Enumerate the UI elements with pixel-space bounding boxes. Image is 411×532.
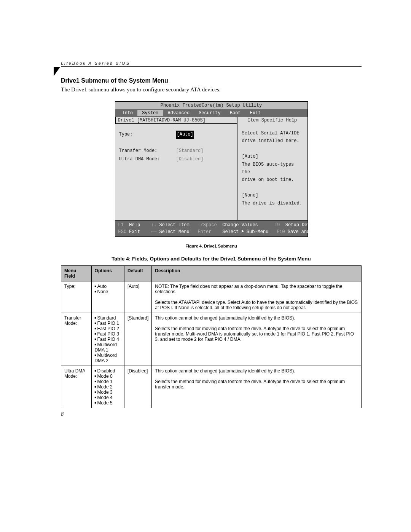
arrows-leftright-icon: ←→ [151,228,156,235]
cell-menu-field: Type: [61,281,92,313]
help-line: drive on boot time. [242,176,303,184]
bios-body: Drive1 [MATSHITADVD-RAM UJ-850S] Type:[A… [115,117,307,220]
bios-tab-security: Security [194,110,225,116]
help-line: [None] [242,192,303,199]
option-item: Multiword DMA 2 [95,353,121,363]
label-select-item: Select Item [159,222,190,228]
table-row: Transfer Mode:StandardFast PIO 1Fast PIO… [61,313,362,366]
help-line: The drive is disabled. [242,200,303,207]
table-head: Menu FieldOptionsDefaultDescription [61,266,362,281]
cell-options: AutoNone [91,281,124,313]
label-exit: Exit [129,228,140,235]
cell-menu-field: Transfer Mode: [61,313,92,366]
help-line [242,184,303,192]
label-save-exit: Save and Exit [288,228,323,235]
triangle-right-icon [242,230,244,233]
page-number: 8 [61,411,362,417]
corner-decoration [54,67,60,76]
cell-default: [Disabled] [124,366,151,408]
table-row: Type:AutoNone[Auto]NOTE: The Type field … [61,281,362,313]
fields-table: Menu FieldOptionsDefaultDescription Type… [61,265,362,408]
table-header: Default [124,266,151,281]
bios-drive-label: Drive1 [MATSHITADVD-RAM UJ-850S] [115,117,237,124]
bios-field-value: [Auto] [176,131,194,139]
option-item: Mode 2 [95,384,121,390]
cell-options: StandardFast PIO 1Fast PIO 2Fast PIO 3Fa… [91,313,124,366]
bios-tab-exit: Exit [245,110,266,116]
cell-options: DisabledMode 0Mode 1Mode 2Mode 3Mode 4Mo… [91,366,124,408]
table-title: Table 4: Fields, Options and Defaults fo… [61,256,362,262]
running-header: LifeBook A Series BIOS [61,61,362,67]
bios-field-row: Transfer Mode:[Standard] [119,147,233,155]
bios-tab-bar: InfoSystemAdvancedSecurityBootExit [115,109,307,117]
option-item: Fast PIO 2 [95,326,121,331]
key-f10: F10 [277,228,285,235]
bios-field-row: Ultra DMA Mode:[Disabled] [119,155,233,164]
arrows-updown-icon: ↑↓ [151,222,156,228]
help-line: The BIOS auto-types the [242,161,303,176]
table-header: Options [91,266,124,281]
table-row: Ultra DMA Mode:DisabledMode 0Mode 1Mode … [61,366,362,408]
option-item: Fast PIO 3 [95,331,121,337]
cell-description: NOTE: The Type field does not appear as … [152,281,362,313]
option-item: Fast PIO 1 [95,321,121,326]
bios-tab-info: Info [118,110,138,116]
option-item: Standard [95,315,121,321]
table-body: Type:AutoNone[Auto]NOTE: The Type field … [61,281,362,408]
table-header: Menu Field [61,266,92,281]
cell-description: This option cannot be changed (automatic… [152,313,362,366]
bios-help-pane: Item Specific Help Select Serial ATA/IDE… [237,117,307,220]
bios-field-row: Type:[Auto] [119,131,233,139]
table-header: Description [152,266,362,281]
label-select-submenu: Select Sub-Menu [222,228,268,235]
bios-footer: F1 Help ↑↓ Select Item -/Space Change Va… [115,220,307,236]
help-line: drive installed here. [242,137,303,145]
bios-help-title: Item Specific Help [237,117,307,124]
document-page: LifeBook A Series BIOS Drive1 Submenu of… [0,0,411,532]
label-select-menu: Select Menu [159,228,190,235]
bios-tab-advanced: Advanced [163,110,194,116]
label-change-values: Change Values [222,222,258,228]
option-item: Auto [95,284,121,289]
help-line: Select Serial ATA/IDE [242,129,303,137]
option-item: None [95,289,121,294]
cell-menu-field: Ultra DMA Mode: [61,366,92,408]
bios-left-pane: Drive1 [MATSHITADVD-RAM UJ-850S] Type:[A… [115,117,237,220]
key-f9: F9 [274,222,280,228]
option-item: Mode 5 [95,400,121,406]
help-line: [Auto] [242,153,303,160]
bios-field-label: Type: [119,131,176,139]
figure-caption: Figure 4. Drive1 Submenu [61,244,362,248]
bios-field-label: Ultra DMA Mode: [119,155,176,164]
option-item: Fast PIO 4 [95,337,121,342]
label-setup-defaults: Setup Defaults [285,222,324,228]
bios-footer-line1: F1 Help ↑↓ Select Item -/Space Change Va… [118,222,304,228]
option-item: Disabled [95,368,121,374]
cell-default: [Standard] [124,313,151,366]
key-f1: F1 [118,222,124,228]
bios-field-value: [Disabled] [176,155,204,164]
option-item: Mode 0 [95,374,121,379]
key-esc: ESC [118,228,127,235]
key-enter: Enter [198,228,211,235]
option-item: Mode 4 [95,395,121,400]
bios-help-body: Select Serial ATA/IDEdrive installed her… [242,129,303,207]
bios-field-label: Transfer Mode: [119,147,176,155]
help-line [242,145,303,153]
bios-utility-title: Phoenix TrustedCore(tm) Setup Utility [115,102,307,109]
label-help: Help [129,222,140,228]
cell-description: This option cannot be changed (automatic… [152,366,362,408]
intro-paragraph: The Drive1 submenu allows you to configu… [61,86,362,93]
option-item: Mode 3 [95,390,121,395]
page-header: LifeBook A Series BIOS [61,61,362,67]
section-title: Drive1 Submenu of the System Menu [61,77,362,84]
bios-tab-system: System [137,110,163,116]
bios-screenshot: Phoenix TrustedCore(tm) Setup Utility In… [115,101,308,237]
bios-footer-line2: ESC Exit ←→ Select Menu Enter Select Sub… [118,228,304,235]
option-item: Multiword DMA 1 [95,342,121,353]
bios-tab-boot: Boot [225,110,245,116]
bios-field-value: [Standard] [176,147,204,155]
option-item: Mode 1 [95,379,121,384]
bios-field-list: Type:[Auto]Transfer Mode:[Standard]Ultra… [119,131,233,163]
key-space: -/Space [198,222,217,228]
